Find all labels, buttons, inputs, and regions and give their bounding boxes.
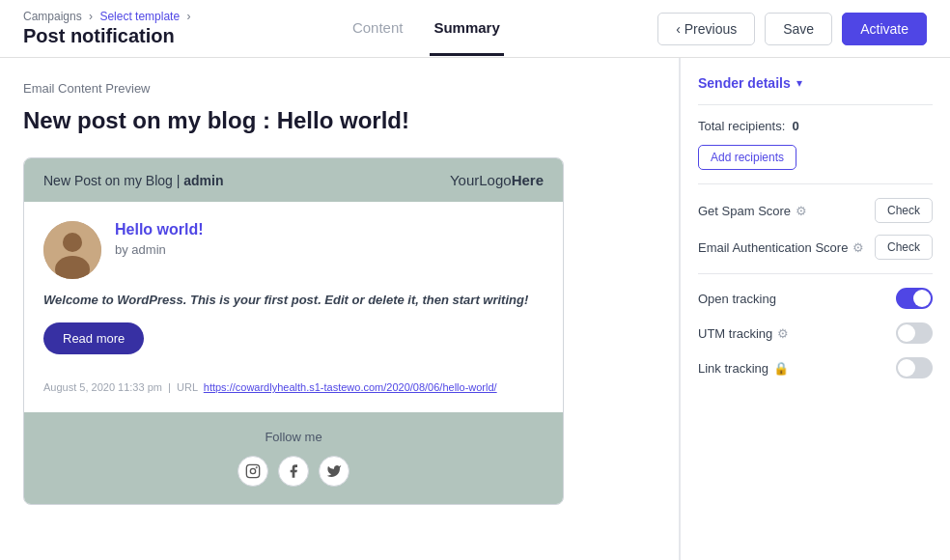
top-bar: Campaigns › Select template › Post notif…	[0, 0, 950, 58]
open-tracking-toggle[interactable]	[896, 288, 933, 309]
spam-score-check-button[interactable]: Check	[875, 198, 933, 223]
utm-tracking-info-icon: ⚙	[777, 326, 789, 341]
facebook-icon[interactable]	[278, 456, 309, 487]
spam-score-label: Get Spam Score ⚙	[698, 204, 807, 218]
svg-point-1	[63, 233, 82, 252]
divider-3	[698, 273, 933, 274]
post-title: Hello world!	[115, 221, 544, 238]
email-preview-card: New Post on my Blog | admin YourLogoHere	[23, 157, 564, 505]
top-bar-left: Campaigns › Select template › Post notif…	[23, 10, 194, 47]
svg-point-4	[250, 468, 255, 473]
open-tracking-row: Open tracking	[698, 288, 933, 309]
email-body: Hello world! by admin Welcome to WordPre…	[24, 202, 563, 412]
add-recipients-button[interactable]: Add recipients	[698, 145, 796, 170]
toggle-thumb-link	[898, 359, 915, 377]
post-url-label: URL	[177, 381, 198, 393]
utm-tracking-label: UTM tracking ⚙	[698, 326, 789, 341]
post-author: by admin	[115, 242, 544, 257]
post-date: August 5, 2020 11:33 pm	[43, 381, 162, 393]
breadcrumb-select-template[interactable]: Select template	[99, 10, 180, 23]
breadcrumb-campaigns[interactable]: Campaigns	[23, 10, 82, 23]
right-panel: Sender details ▾ Total recipients: 0 Add…	[680, 58, 950, 560]
email-footer: Follow me	[24, 412, 563, 504]
previous-button[interactable]: ‹ Previous	[657, 13, 755, 45]
instagram-icon[interactable]	[238, 456, 268, 487]
twitter-icon[interactable]	[319, 456, 349, 487]
email-header-logo: YourLogoHere	[450, 172, 544, 188]
email-header: New Post on my Blog | admin YourLogoHere	[24, 158, 563, 202]
divider-1	[698, 104, 933, 105]
post-meta: August 5, 2020 11:33 pm | URL https://co…	[43, 381, 544, 393]
chevron-down-icon: ▾	[796, 76, 802, 90]
follow-me-text: Follow me	[43, 430, 544, 444]
breadcrumb-sep2: ›	[186, 10, 190, 23]
spam-score-info-icon: ⚙	[796, 204, 807, 218]
auth-score-check-button[interactable]: Check	[875, 235, 933, 260]
auth-score-row: Email Authentication Score ⚙ Check	[698, 235, 933, 260]
breadcrumb: Campaigns › Select template ›	[23, 10, 194, 23]
breadcrumb-sep1: ›	[89, 10, 93, 23]
divider-2	[698, 183, 933, 184]
toggle-thumb-utm	[898, 324, 915, 342]
main-content: Email Content Preview New post on my blo…	[0, 58, 950, 560]
auth-score-label: Email Authentication Score ⚙	[698, 240, 864, 255]
utm-tracking-toggle[interactable]	[896, 322, 933, 344]
spam-score-row: Get Spam Score ⚙ Check	[698, 198, 933, 223]
tab-content[interactable]: Content	[349, 2, 407, 56]
sender-details-title: Sender details	[698, 75, 791, 91]
link-tracking-row: Link tracking 🔒	[698, 357, 933, 378]
email-subject: New post on my blog : Hello world!	[23, 107, 656, 134]
link-tracking-toggle[interactable]	[896, 357, 933, 378]
tab-summary[interactable]: Summary	[430, 2, 503, 56]
left-panel: Email Content Preview New post on my blo…	[0, 58, 680, 560]
svg-point-5	[256, 467, 257, 468]
open-tracking-label: Open tracking	[698, 292, 776, 306]
post-excerpt: Welcome to WordPress. This is your first…	[43, 293, 544, 307]
total-recipients-label: Total recipients: 0	[698, 119, 799, 133]
svg-rect-3	[246, 464, 259, 477]
toggle-thumb	[913, 290, 931, 307]
toolbar-buttons: ‹ Previous Save Activate	[657, 13, 927, 45]
auth-score-info-icon: ⚙	[852, 240, 864, 255]
social-icons	[43, 456, 544, 487]
post-url-link[interactable]: https://cowardlyhealth.s1-tastewo.com/20…	[204, 381, 497, 393]
link-tracking-info-icon: 🔒	[773, 361, 789, 376]
email-header-blog-name: New Post on my Blog | admin	[43, 173, 223, 188]
tab-bar: Content Summary	[349, 2, 504, 56]
email-preview-label: Email Content Preview	[23, 81, 656, 96]
page-title: Post notification	[23, 25, 194, 47]
read-more-button[interactable]: Read more	[43, 322, 144, 354]
recipients-count: 0	[793, 119, 799, 133]
utm-tracking-row: UTM tracking ⚙	[698, 322, 933, 344]
sender-details-toggle[interactable]: Sender details ▾	[698, 75, 933, 91]
link-tracking-label: Link tracking 🔒	[698, 361, 789, 376]
post-avatar	[43, 221, 101, 279]
activate-button[interactable]: Activate	[842, 13, 927, 45]
recipients-row: Total recipients: 0	[698, 119, 933, 133]
email-post-row: Hello world! by admin	[43, 221, 544, 279]
post-info: Hello world! by admin	[115, 221, 544, 279]
save-button[interactable]: Save	[765, 13, 832, 45]
